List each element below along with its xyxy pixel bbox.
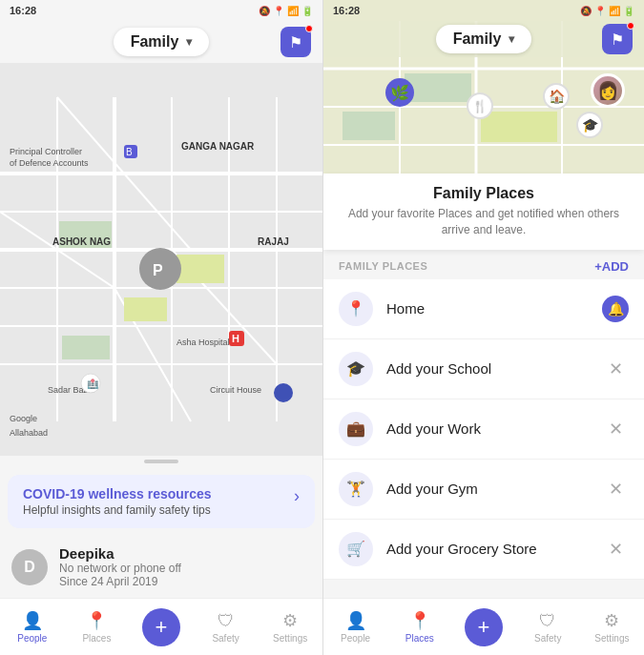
add-place-button[interactable]: +ADD [594, 259, 629, 274]
svg-text:Google: Google [10, 414, 37, 423]
gym-remove-icon[interactable]: ✕ [602, 476, 629, 502]
svg-text:B: B [126, 147, 133, 157]
svg-text:H: H [232, 333, 239, 344]
right-nav-settings[interactable]: ⚙ Settings [580, 610, 644, 644]
covid-card[interactable]: COVID-19 wellness resources Helpful insi… [8, 475, 315, 528]
family-places-subtitle: Add your favorite Places and get notifie… [339, 206, 629, 238]
settings-icon: ⚙ [282, 610, 298, 631]
left-dropdown-arrow: ▾ [186, 35, 192, 49]
member-info: Deepika No network or phone off Since 24… [59, 545, 181, 588]
right-nav-people-label: People [341, 633, 370, 644]
right-bottom-nav: 👤 People 📍 Places + 🛡 Safety ⚙ Settings [323, 598, 644, 655]
places-icon: 📍 [86, 610, 107, 631]
school-pin-icon: 🎓 [576, 112, 603, 138]
svg-rect-47 [405, 73, 471, 102]
right-plus-icon: + [478, 617, 490, 638]
work-place-icon: 💼 [339, 412, 373, 446]
right-mute-icon: 🔕 [580, 6, 592, 16]
people-icon: 👤 [22, 610, 43, 631]
grocery-place-name: Add your Grocery Store [386, 541, 602, 557]
home-bell-icon[interactable]: 🔔 [602, 296, 629, 322]
work-remove-icon[interactable]: ✕ [602, 416, 629, 442]
left-plus-icon: + [156, 617, 168, 638]
right-location-icon: 📍 [594, 6, 606, 16]
right-nav-safety[interactable]: 🛡 Safety [516, 611, 580, 644]
right-pin-person: 👩 [591, 73, 625, 108]
right-family-dropdown[interactable]: Family ▾ [436, 25, 532, 53]
work-place-name: Add your Work [386, 420, 602, 437]
left-panel: 16:28 🔕 📍 📶 🔋 Family ▾ [0, 0, 322, 655]
right-time: 16:28 [333, 5, 360, 16]
gym-place-name: Add your Gym [386, 481, 602, 497]
left-nav-add[interactable]: + [129, 608, 194, 646]
svg-text:Allahabad: Allahabad [10, 428, 48, 438]
right-flag-button[interactable] [602, 24, 633, 54]
place-item-school[interactable]: 🎓 Add your School ✕ [323, 339, 644, 399]
safety-icon: 🛡 [218, 611, 235, 631]
mute-icon: 🔕 [259, 6, 270, 16]
left-add-button[interactable]: + [142, 608, 180, 646]
scroll-indicator [0, 456, 322, 467]
member-row[interactable]: D Deepika No network or phone off Since … [0, 536, 322, 598]
right-nav-add[interactable]: + [451, 608, 515, 646]
family-places-section: FAMILY PLACES +ADD 📍 Home 🔔 🎓 Add your S… [323, 250, 644, 598]
left-nav-places[interactable]: 📍 Places [65, 610, 130, 644]
left-nav-settings[interactable]: ⚙ Settings [258, 610, 322, 644]
member-status: No network or phone off [59, 562, 181, 575]
right-nav-people[interactable]: 👤 People [323, 610, 387, 644]
place-item-work[interactable]: 💼 Add your Work ✕ [323, 399, 644, 460]
place-item-gym[interactable]: 🏋 Add your Gym ✕ [323, 460, 644, 520]
svg-rect-49 [343, 112, 395, 140]
svg-rect-19 [62, 336, 110, 359]
person-pin-avatar: 👩 [591, 73, 625, 108]
right-map-area: Family ▾ 🏠 👩 🎓 🍴 🌿 [323, 21, 644, 174]
right-nav-safety-label: Safety [534, 633, 561, 644]
left-flag-button[interactable] [280, 27, 311, 57]
home-place-name: Home [386, 300, 602, 317]
svg-text:🏥: 🏥 [87, 378, 99, 390]
svg-text:RAJAJ: RAJAJ [258, 236, 289, 247]
left-flag-notification-dot [305, 25, 313, 32]
covid-title: COVID-19 wellness resources [23, 486, 212, 501]
right-people-icon: 👤 [345, 610, 366, 631]
home-pin-icon: 🏠 [543, 83, 570, 110]
right-flag-notification-dot [627, 22, 634, 30]
left-family-label: Family [131, 33, 179, 51]
school-remove-icon[interactable]: ✕ [602, 356, 629, 382]
food-pin-icon: 🍴 [467, 92, 493, 119]
school-place-name: Add your School [386, 360, 602, 377]
right-dropdown-arrow: ▾ [509, 32, 514, 46]
right-battery-icon: 🔋 [623, 6, 634, 16]
left-bottom-nav: 👤 People 📍 Places + 🛡 Safety ⚙ Settings [0, 598, 322, 655]
left-status-bar: 16:28 🔕 📍 📶 🔋 [0, 0, 322, 21]
svg-rect-34 [280, 393, 287, 400]
right-header: Family ▾ [323, 21, 644, 57]
section-label: FAMILY PLACES [339, 260, 427, 272]
svg-rect-18 [177, 255, 224, 283]
left-nav-settings-label: Settings [273, 633, 307, 644]
place-item-grocery[interactable]: 🛒 Add your Grocery Store ✕ [323, 520, 644, 580]
right-pin-home: 🏠 [543, 83, 570, 110]
left-nav-people-label: People [17, 633, 47, 644]
right-nav-places-label: Places [405, 633, 434, 644]
right-add-button[interactable]: + [465, 608, 503, 646]
left-family-dropdown[interactable]: Family ▾ [114, 28, 210, 56]
place-item-home[interactable]: 📍 Home 🔔 [323, 279, 644, 339]
school-place-icon: 🎓 [339, 352, 373, 386]
left-nav-people[interactable]: 👤 People [0, 610, 65, 644]
right-nav-places[interactable]: 📍 Places [387, 610, 451, 644]
family-places-title: Family Places [339, 185, 629, 202]
member-avatar: D [11, 549, 48, 585]
battery-icon: 🔋 [301, 6, 313, 16]
grocery-remove-icon[interactable]: ✕ [602, 536, 629, 563]
left-map: Principal Controller of Defence Accounts… [0, 63, 322, 456]
svg-text:of Defence Accounts: of Defence Accounts [10, 158, 89, 168]
family-places-card: Family Places Add your favorite Places a… [323, 174, 644, 250]
covid-subtitle: Helpful insights and family safety tips [23, 503, 212, 517]
member-since: Since 24 April 2019 [59, 575, 181, 588]
right-safety-icon: 🛡 [539, 611, 556, 631]
section-header: FAMILY PLACES +ADD [323, 250, 644, 279]
left-nav-safety[interactable]: 🛡 Safety [194, 611, 259, 644]
left-header: Family ▾ [0, 21, 322, 63]
covid-arrow-icon: › [294, 486, 300, 506]
